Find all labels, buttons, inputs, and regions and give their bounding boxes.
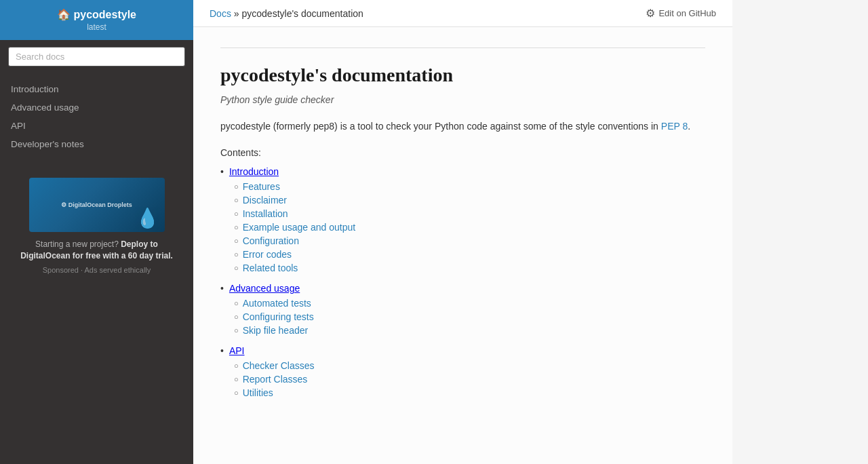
site-logo[interactable]: 🏠 pycodestyle	[11, 8, 182, 21]
sidebar-nav: Introduction Advanced usage API Develope…	[0, 73, 193, 160]
toc-link-example-usage[interactable]: Example usage and output	[243, 222, 356, 233]
sidebar-item-api[interactable]: API	[0, 117, 193, 135]
page-title: pycodestyle's documentation	[220, 64, 705, 86]
toc-sub-item: Utilities	[234, 387, 705, 398]
toc-link-configuration[interactable]: Configuration	[243, 235, 299, 246]
toc-sub-item: Configuring tests	[234, 311, 705, 322]
breadcrumb: Docs » pycodestyle's documentation	[210, 8, 363, 19]
toc-link-checker-classes[interactable]: Checker Classes	[243, 360, 315, 371]
top-divider	[220, 47, 705, 48]
page-content: pycodestyle's documentation Python style…	[193, 27, 732, 428]
page-subtitle: Python style guide checker	[220, 94, 705, 105]
ad-description-start: Starting a new project?	[35, 239, 119, 249]
toc-sublist-introduction: Features Disclaimer Installation Example…	[234, 181, 705, 276]
ad-section: ⚙ DigitalOcean Droplets 💧 Starting a new…	[0, 167, 193, 285]
toc-link-automated-tests[interactable]: Automated tests	[243, 298, 311, 309]
ad-droplet-icon: 💧	[136, 207, 159, 229]
description-text: pycodestyle (formerly pep8) is a tool to…	[220, 121, 658, 132]
breadcrumb-separator: »	[234, 8, 239, 19]
toc-sublist-api: Checker Classes Report Classes Utilities	[234, 360, 705, 401]
sidebar-item-introduction[interactable]: Introduction	[0, 80, 193, 98]
ad-sponsored-text: Sponsored · Ads served ethically	[11, 266, 182, 274]
search-input[interactable]	[8, 47, 185, 66]
toc-link-utilities[interactable]: Utilities	[243, 387, 273, 398]
toc-sub-item: Skip file header	[234, 325, 705, 336]
toc-item-introduction: Introduction Features Disclaimer Install…	[220, 166, 705, 279]
toc-sub-item: Report Classes	[234, 374, 705, 385]
breadcrumb-current: pycodestyle's documentation	[241, 8, 363, 19]
github-icon: ⚙	[646, 7, 655, 20]
toc-sub-item: Example usage and output	[234, 222, 705, 233]
toc-link-error-codes[interactable]: Error codes	[243, 249, 292, 260]
toc-sub-item: Checker Classes	[234, 360, 705, 371]
pep8-link[interactable]: PEP 8	[661, 121, 688, 132]
edit-github-label: Edit on GitHub	[658, 8, 716, 18]
toc-list: Introduction Features Disclaimer Install…	[220, 166, 705, 404]
toc-sub-item: Automated tests	[234, 298, 705, 309]
right-panel	[732, 0, 868, 464]
main-content: Docs » pycodestyle's documentation ⚙ Edi…	[193, 0, 732, 464]
toc-item-api: API Checker Classes Report Classes Utili…	[220, 345, 705, 404]
ad-description: Starting a new project? Deploy to Digita…	[11, 239, 182, 262]
ad-banner[interactable]: ⚙ DigitalOcean Droplets 💧	[29, 178, 165, 232]
sidebar-item-developer-notes[interactable]: Developer's notes	[0, 135, 193, 153]
toc-item-advanced: Advanced usage Automated tests Configuri…	[220, 283, 705, 341]
toc-sub-item: Configuration	[234, 235, 705, 246]
toc-sub-item: Error codes	[234, 249, 705, 260]
toc-sub-item: Installation	[234, 208, 705, 219]
toc-link-installation[interactable]: Installation	[243, 208, 288, 219]
toc-sub-item: Related tools	[234, 263, 705, 273]
description-end: .	[688, 121, 690, 132]
sidebar-header: 🏠 pycodestyle latest	[0, 0, 193, 40]
toc-link-advanced[interactable]: Advanced usage	[229, 283, 300, 294]
top-bar: Docs » pycodestyle's documentation ⚙ Edi…	[193, 0, 732, 27]
toc-link-introduction[interactable]: Introduction	[229, 166, 279, 177]
edit-on-github-link[interactable]: ⚙ Edit on GitHub	[646, 7, 716, 20]
toc-sublist-advanced: Automated tests Configuring tests Skip f…	[234, 298, 705, 339]
page-description: pycodestyle (formerly pep8) is a tool to…	[220, 119, 705, 134]
toc-link-disclaimer[interactable]: Disclaimer	[243, 195, 287, 206]
toc-sub-item: Disclaimer	[234, 195, 705, 206]
toc-link-related-tools[interactable]: Related tools	[243, 263, 298, 273]
breadcrumb-docs-link[interactable]: Docs	[210, 8, 231, 19]
toc-link-report-classes[interactable]: Report Classes	[243, 374, 308, 385]
home-icon: 🏠	[57, 9, 71, 20]
ad-banner-text: ⚙ DigitalOcean Droplets	[56, 196, 138, 214]
toc-link-features[interactable]: Features	[243, 181, 280, 192]
toc-link-configuring-tests[interactable]: Configuring tests	[243, 311, 314, 322]
sidebar: 🏠 pycodestyle latest Introduction Advanc…	[0, 0, 193, 464]
search-container	[0, 40, 193, 73]
contents-label: Contents:	[220, 147, 705, 158]
do-logo-text: ⚙ DigitalOcean Droplets	[61, 201, 132, 208]
site-name: pycodestyle	[73, 9, 136, 20]
version-label: latest	[11, 22, 182, 32]
toc-sub-item: Features	[234, 181, 705, 192]
toc-link-skip-file-header[interactable]: Skip file header	[243, 325, 309, 336]
toc-link-api[interactable]: API	[229, 345, 245, 356]
sidebar-item-advanced-usage[interactable]: Advanced usage	[0, 98, 193, 117]
